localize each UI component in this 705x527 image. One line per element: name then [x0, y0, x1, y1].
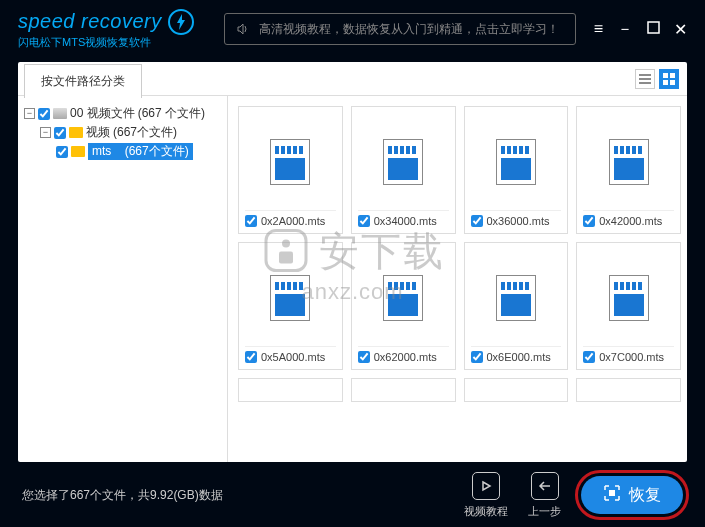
video-file-icon	[270, 275, 310, 321]
menu-icon[interactable]: ≡	[594, 20, 603, 38]
content-row: − 00 视频文件 (667 个文件) − 视频 (667个文件)	[18, 96, 687, 462]
close-icon[interactable]: ✕	[674, 20, 687, 39]
file-checkbox[interactable]	[583, 215, 595, 227]
file-card-partial[interactable]	[576, 378, 681, 402]
tree-checkbox[interactable]	[56, 146, 68, 158]
file-card[interactable]: 0x7C000.mts	[576, 242, 681, 370]
view-grid-icon[interactable]	[659, 69, 679, 89]
play-icon	[472, 472, 500, 500]
video-file-icon	[609, 275, 649, 321]
file-name: 0x6E000.mts	[487, 351, 551, 363]
file-card-partial[interactable]	[351, 378, 456, 402]
tree-count: (667个文件)	[125, 144, 189, 158]
titlebar: speed recovery 闪电松下MTS视频恢复软件 高清视频教程，数据恢复…	[0, 0, 705, 58]
file-card-partial[interactable]	[464, 378, 569, 402]
svg-rect-2	[670, 73, 675, 78]
file-checkbox[interactable]	[245, 215, 257, 227]
video-file-icon	[270, 139, 310, 185]
file-card[interactable]: 0x34000.mts	[351, 106, 456, 234]
footer: 您选择了667个文件，共9.92(GB)数据 视频教程 上一步 恢复	[0, 463, 705, 527]
file-thumbnail	[358, 113, 449, 210]
logo-text: speed recovery	[18, 10, 162, 33]
logo: speed recovery 闪电松下MTS视频恢复软件	[18, 9, 194, 50]
file-card[interactable]: 0x42000.mts	[576, 106, 681, 234]
svg-rect-3	[663, 80, 668, 85]
tree-checkbox[interactable]	[38, 108, 50, 120]
tree-label: mts	[92, 144, 111, 158]
svg-rect-0	[648, 22, 659, 33]
logo-subtitle: 闪电松下MTS视频恢复软件	[18, 35, 194, 50]
tree-label: 00 视频文件	[70, 105, 135, 122]
back-label: 上一步	[528, 504, 561, 519]
video-file-icon	[609, 139, 649, 185]
speaker-icon	[235, 21, 251, 37]
file-name: 0x42000.mts	[599, 215, 662, 227]
minimize-icon[interactable]: －	[617, 19, 633, 40]
view-list-icon[interactable]	[635, 69, 655, 89]
back-button[interactable]: 上一步	[528, 472, 561, 519]
file-thumbnail	[471, 249, 562, 346]
tree-root[interactable]: − 00 视频文件 (667 个文件)	[24, 104, 221, 123]
file-grid[interactable]: 0x2A000.mts 0x34000.mts 0x36000.mts 0x42…	[228, 96, 687, 462]
file-card[interactable]: 0x2A000.mts	[238, 106, 343, 234]
folder-icon	[69, 127, 83, 138]
main-panel: 按文件路径分类 − 00 视频文件 (667 个文件)	[18, 62, 687, 462]
tab-path-sort[interactable]: 按文件路径分类	[24, 64, 142, 98]
video-file-icon	[496, 139, 536, 185]
tree-count: (667个文件)	[113, 124, 177, 141]
maximize-icon[interactable]	[647, 20, 660, 38]
app-window: speed recovery 闪电松下MTS视频恢复软件 高清视频教程，数据恢复…	[0, 0, 705, 527]
file-name: 0x7C000.mts	[599, 351, 664, 363]
file-checkbox[interactable]	[245, 351, 257, 363]
view-toggles	[635, 69, 679, 89]
file-card[interactable]: 0x6E000.mts	[464, 242, 569, 370]
highlight-ring	[575, 470, 689, 520]
file-thumbnail	[583, 249, 674, 346]
status-text: 您选择了667个文件，共9.92(GB)数据	[22, 487, 223, 504]
file-checkbox[interactable]	[471, 215, 483, 227]
tree-label: 视频	[86, 124, 110, 141]
file-thumbnail	[583, 113, 674, 210]
video-file-icon	[496, 275, 536, 321]
video-file-icon	[383, 275, 423, 321]
tip-banner[interactable]: 高清视频教程，数据恢复从入门到精通，点击立即学习！	[224, 13, 576, 45]
file-checkbox[interactable]	[583, 351, 595, 363]
file-card-partial[interactable]	[238, 378, 343, 402]
file-thumbnail	[245, 249, 336, 346]
collapse-icon[interactable]: −	[24, 108, 35, 119]
file-thumbnail	[471, 113, 562, 210]
folder-icon	[71, 146, 85, 157]
file-card[interactable]: 0x36000.mts	[464, 106, 569, 234]
file-checkbox[interactable]	[358, 215, 370, 227]
back-icon	[531, 472, 559, 500]
tree-count: (667 个文件)	[138, 105, 205, 122]
file-name: 0x5A000.mts	[261, 351, 325, 363]
file-thumbnail	[358, 249, 449, 346]
file-card[interactable]: 0x62000.mts	[351, 242, 456, 370]
video-file-icon	[383, 139, 423, 185]
svg-rect-1	[663, 73, 668, 78]
file-name: 0x36000.mts	[487, 215, 550, 227]
collapse-icon[interactable]: −	[40, 127, 51, 138]
file-card[interactable]: 0x5A000.mts	[238, 242, 343, 370]
file-thumbnail	[245, 113, 336, 210]
file-checkbox[interactable]	[358, 351, 370, 363]
file-checkbox[interactable]	[471, 351, 483, 363]
window-controls: ≡ － ✕	[594, 19, 687, 40]
file-name: 0x2A000.mts	[261, 215, 325, 227]
tutorial-label: 视频教程	[464, 504, 508, 519]
tip-text: 高清视频教程，数据恢复从入门到精通，点击立即学习！	[259, 21, 559, 38]
drive-icon	[53, 108, 67, 119]
tutorial-button[interactable]: 视频教程	[464, 472, 508, 519]
tree-child-selected[interactable]: mts (667个文件)	[24, 142, 221, 161]
recover-button[interactable]: 恢复	[581, 476, 683, 514]
lightning-icon	[168, 9, 194, 35]
file-name: 0x62000.mts	[374, 351, 437, 363]
tree-panel[interactable]: − 00 视频文件 (667 个文件) − 视频 (667个文件)	[18, 96, 228, 462]
svg-rect-4	[670, 80, 675, 85]
tree-checkbox[interactable]	[54, 127, 66, 139]
tab-row: 按文件路径分类	[18, 62, 687, 96]
tree-child[interactable]: − 视频 (667个文件)	[24, 123, 221, 142]
file-name: 0x34000.mts	[374, 215, 437, 227]
